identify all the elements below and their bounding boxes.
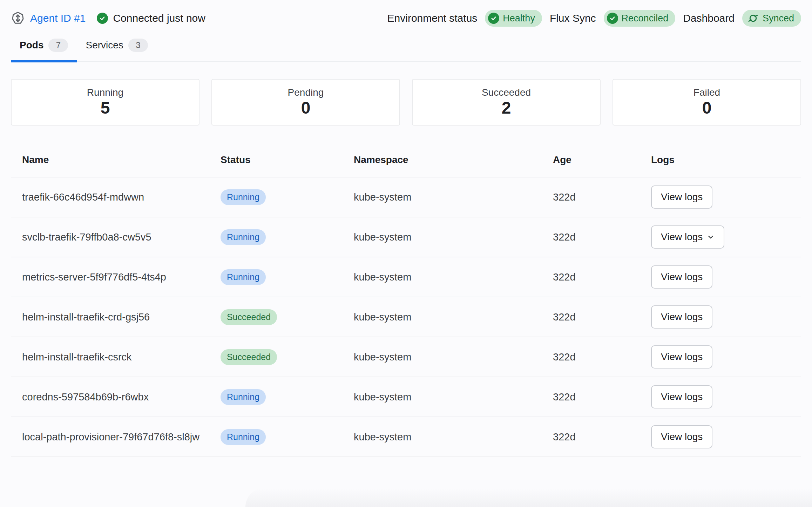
- pod-name: svclb-traefik-79ffb0a8-cw5v5: [11, 229, 209, 245]
- environment-status-group: Environment status Healthy Flux Sync Rec…: [387, 10, 801, 27]
- stat-label: Running: [87, 87, 123, 98]
- stat-value: 0: [702, 99, 712, 117]
- namespace-cell: kube-system: [343, 231, 542, 243]
- tab-pods[interactable]: Pods 7: [11, 39, 77, 62]
- table-row: coredns-597584b69b-r6wbxRunningkube-syst…: [11, 377, 801, 417]
- flux-sync-label: Flux Sync: [550, 12, 596, 24]
- view-logs-label: View logs: [661, 351, 703, 363]
- view-logs-button[interactable]: View logs: [651, 185, 712, 209]
- table-body: traefik-66c46d954f-mdwwnRunningkube-syst…: [11, 177, 801, 457]
- status-cell: Succeeded: [209, 349, 343, 365]
- pod-stats-cards: Running 5 Pending 0 Succeeded 2 Failed 0: [11, 79, 801, 126]
- column-header-age: Age: [542, 154, 640, 177]
- stat-label: Pending: [288, 87, 324, 98]
- connection-status-text: Connected just now: [113, 12, 205, 24]
- stat-value: 0: [301, 99, 311, 117]
- pod-name: metrics-server-5f9f776df5-4ts4p: [11, 269, 209, 285]
- tab-pods-count-badge: 7: [48, 39, 68, 52]
- synced-badge: Synced: [742, 10, 801, 27]
- table-row: traefik-66c46d954f-mdwwnRunningkube-syst…: [11, 177, 801, 217]
- age-cell: 322d: [542, 351, 640, 363]
- dashboard-label: Dashboard: [683, 12, 735, 24]
- status-badge: Running: [221, 429, 266, 445]
- sync-commit-icon: [747, 12, 759, 24]
- view-logs-label: View logs: [661, 231, 703, 243]
- stat-value: 2: [502, 99, 511, 117]
- agent-status-group: Agent ID #1 Connected just now: [11, 11, 205, 26]
- status-cell: Running: [209, 389, 343, 405]
- table-row: metrics-server-5f9f776df5-4ts4pRunningku…: [11, 257, 801, 297]
- top-bar: Agent ID #1 Connected just now Environme…: [11, 10, 801, 27]
- age-cell: 322d: [542, 271, 640, 283]
- column-header-status: Status: [209, 154, 343, 177]
- view-logs-button[interactable]: View logs: [651, 225, 724, 249]
- agent-hexagon-arrow-icon: [11, 11, 25, 26]
- tab-pods-label: Pods: [20, 40, 43, 51]
- status-badge: Succeeded: [221, 349, 277, 365]
- status-badge: Running: [221, 389, 266, 405]
- status-cell: Running: [209, 189, 343, 205]
- view-logs-label: View logs: [661, 271, 703, 283]
- status-badge: Running: [221, 269, 266, 285]
- age-cell: 322d: [542, 431, 640, 443]
- view-logs-label: View logs: [661, 191, 703, 203]
- tab-bar: Pods 7 Services 3: [11, 39, 801, 62]
- page-bottom-shade: [245, 488, 812, 507]
- healthy-badge-label: Healthy: [503, 13, 535, 24]
- column-header-logs: Logs: [640, 154, 801, 177]
- status-badge: Succeeded: [221, 309, 277, 325]
- stat-label: Succeeded: [482, 87, 531, 98]
- age-cell: 322d: [542, 231, 640, 243]
- pod-name: local-path-provisioner-79f67d76f8-sl8jw: [11, 429, 209, 445]
- view-logs-label: View logs: [661, 311, 703, 323]
- status-cell: Succeeded: [209, 309, 343, 325]
- logs-cell: View logs: [640, 305, 801, 329]
- namespace-cell: kube-system: [343, 191, 542, 203]
- table-row: local-path-provisioner-79f67d76f8-sl8jwR…: [11, 417, 801, 457]
- connected-check-icon: [97, 13, 108, 24]
- view-logs-button[interactable]: View logs: [651, 305, 712, 329]
- logs-cell: View logs: [640, 185, 801, 209]
- chevron-down-icon: [707, 233, 715, 241]
- view-logs-button[interactable]: View logs: [651, 345, 712, 369]
- reconciled-badge-label: Reconciled: [622, 13, 669, 24]
- view-logs-button[interactable]: View logs: [651, 385, 712, 408]
- healthy-badge: Healthy: [485, 10, 542, 27]
- reconciled-badge: Reconciled: [604, 10, 676, 27]
- table-row: svclb-traefik-79ffb0a8-cw5v5Runningkube-…: [11, 217, 801, 257]
- namespace-cell: kube-system: [343, 351, 542, 363]
- table-row: helm-install-traefik-crd-gsj56Succeededk…: [11, 297, 801, 337]
- tab-services[interactable]: Services 3: [77, 39, 156, 62]
- namespace-cell: kube-system: [343, 271, 542, 283]
- logs-cell: View logs: [640, 345, 801, 369]
- status-badge: Running: [221, 229, 266, 245]
- reconciled-check-icon: [607, 13, 618, 24]
- column-header-namespace: Namespace: [343, 154, 542, 177]
- pod-name: coredns-597584b69b-r6wbx: [11, 389, 209, 405]
- pods-table: Name Status Namespace Age Logs traefik-6…: [11, 140, 801, 457]
- age-cell: 322d: [542, 311, 640, 323]
- logs-cell: View logs: [640, 225, 801, 249]
- tab-services-label: Services: [86, 40, 123, 51]
- tab-services-count-badge: 3: [128, 39, 148, 52]
- status-cell: Running: [209, 229, 343, 245]
- status-cell: Running: [209, 269, 343, 285]
- status-badge: Running: [221, 189, 266, 205]
- pod-name: helm-install-traefik-csrck: [11, 349, 209, 365]
- status-cell: Running: [209, 429, 343, 445]
- view-logs-button[interactable]: View logs: [651, 265, 712, 289]
- stat-card-running: Running 5: [11, 79, 199, 126]
- stat-card-failed: Failed 0: [613, 79, 801, 126]
- logs-cell: View logs: [640, 265, 801, 289]
- namespace-cell: kube-system: [343, 431, 542, 443]
- view-logs-label: View logs: [661, 431, 703, 442]
- age-cell: 322d: [542, 191, 640, 203]
- stat-card-pending: Pending 0: [211, 79, 400, 126]
- table-header-row: Name Status Namespace Age Logs: [11, 140, 801, 177]
- environment-status-label: Environment status: [387, 12, 478, 24]
- view-logs-button[interactable]: View logs: [651, 425, 712, 448]
- agent-id-link[interactable]: Agent ID #1: [30, 12, 86, 24]
- stat-value: 5: [101, 99, 110, 117]
- namespace-cell: kube-system: [343, 311, 542, 323]
- healthy-check-icon: [488, 13, 499, 24]
